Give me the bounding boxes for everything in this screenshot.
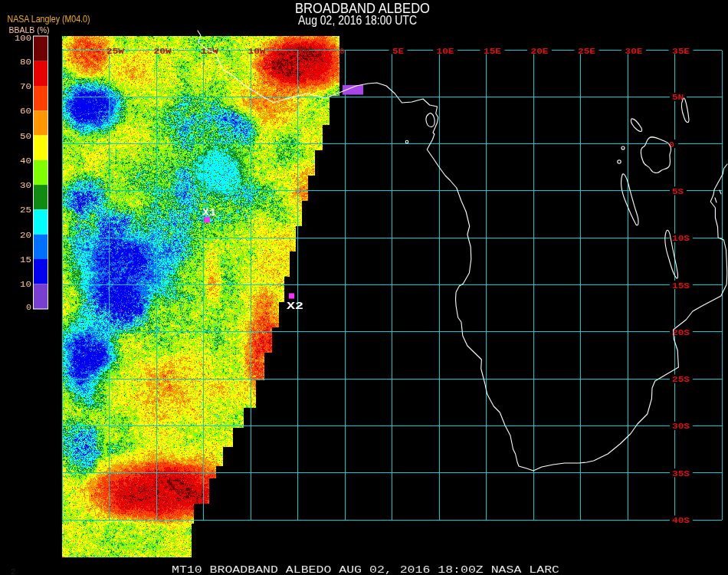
svg-text:Aug 02, 2016 18:00 UTC: Aug 02, 2016 18:00 UTC <box>298 13 417 28</box>
svg-text:X1: X1 <box>202 207 216 219</box>
svg-text:0: 0 <box>339 47 345 56</box>
svg-text:10: 10 <box>20 280 31 289</box>
svg-text:70: 70 <box>20 82 31 91</box>
svg-text:15S: 15S <box>672 281 690 291</box>
svg-text:50: 50 <box>20 132 31 141</box>
svg-text:0: 0 <box>26 303 31 312</box>
svg-text:5E: 5E <box>392 47 404 56</box>
svg-text:25W: 25W <box>107 47 124 56</box>
svg-text:60: 60 <box>20 107 31 116</box>
svg-text:2: 2 <box>11 567 16 575</box>
svg-text:25S: 25S <box>672 375 690 384</box>
svg-text:25: 25 <box>20 205 31 215</box>
svg-text:20: 20 <box>20 231 31 240</box>
svg-text:20W: 20W <box>154 47 172 56</box>
svg-text:35E: 35E <box>672 47 690 56</box>
svg-text:BBALB (%): BBALB (%) <box>9 25 50 34</box>
svg-text:40S: 40S <box>672 516 690 525</box>
svg-text:30: 30 <box>20 181 31 190</box>
svg-text:80: 80 <box>20 58 31 67</box>
svg-text:40: 40 <box>20 156 31 166</box>
svg-text:15: 15 <box>20 255 31 264</box>
svg-text:20S: 20S <box>672 328 690 337</box>
svg-text:MT10 BROADBAND ALBEDO AUG 0: MT10 BROADBAND ALBEDO AUG 02, 2016 18:00… <box>172 565 559 575</box>
svg-text:5W: 5W <box>298 47 310 56</box>
svg-text:NASA Langley (M04.0): NASA Langley (M04.0) <box>8 13 90 25</box>
svg-text:10W: 10W <box>248 47 266 56</box>
svg-text:25E: 25E <box>578 47 595 56</box>
svg-text:5N: 5N <box>672 93 684 102</box>
svg-text:30E: 30E <box>625 47 643 56</box>
svg-text:100: 100 <box>15 34 31 43</box>
svg-text:10S: 10S <box>672 234 690 243</box>
svg-text:30S: 30S <box>672 422 690 431</box>
svg-text:10E: 10E <box>437 47 454 56</box>
svg-text:35S: 35S <box>672 469 690 478</box>
svg-text:5S: 5S <box>672 187 684 196</box>
svg-text:20E: 20E <box>531 47 549 56</box>
svg-text:X2: X2 <box>287 301 303 312</box>
svg-text:15E: 15E <box>484 47 501 56</box>
